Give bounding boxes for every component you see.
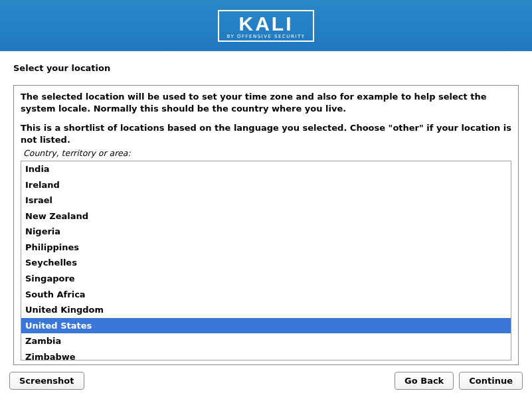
location-option[interactable]: United States [21, 318, 511, 334]
location-option[interactable]: Zambia [21, 333, 511, 349]
location-option[interactable]: India [21, 161, 511, 177]
description-secondary: This is a shortlist of locations based o… [21, 122, 511, 145]
location-option[interactable]: United Kingdom [21, 302, 511, 318]
footer-right-group: Go Back Continue [395, 372, 523, 390]
logo-subtitle: BY OFFENSIVE SECURITY [227, 34, 306, 39]
page-title: Select your location [13, 63, 519, 73]
location-option[interactable]: Nigeria [21, 224, 511, 240]
location-option[interactable]: New Zealand [21, 208, 511, 224]
kali-logo: KALI BY OFFENSIVE SECURITY [218, 10, 315, 42]
location-option[interactable]: Seychelles [21, 255, 511, 271]
content-area: Select your location The selected locati… [0, 51, 532, 365]
installer-header: KALI BY OFFENSIVE SECURITY [0, 0, 532, 51]
continue-button[interactable]: Continue [459, 372, 523, 390]
location-option[interactable]: Zimbabwe [21, 349, 511, 360]
location-option[interactable]: Ireland [21, 177, 511, 193]
main-panel: The selected location will be used to se… [13, 85, 519, 365]
description-primary: The selected location will be used to se… [21, 91, 511, 114]
go-back-button[interactable]: Go Back [395, 372, 454, 390]
location-option[interactable]: South Africa [21, 287, 511, 303]
location-option[interactable]: Israel [21, 193, 511, 208]
screenshot-button[interactable]: Screenshot [9, 372, 84, 390]
location-option[interactable]: Singapore [21, 271, 511, 287]
footer-bar: Screenshot Go Back Continue [0, 365, 532, 399]
location-option[interactable]: Philippines [21, 240, 511, 256]
locations-listbox[interactable]: IndiaIrelandIsraelNew ZealandNigeriaPhil… [21, 161, 511, 360]
field-label: Country, territory or area: [23, 148, 511, 158]
logo-text: KALI [238, 14, 293, 34]
